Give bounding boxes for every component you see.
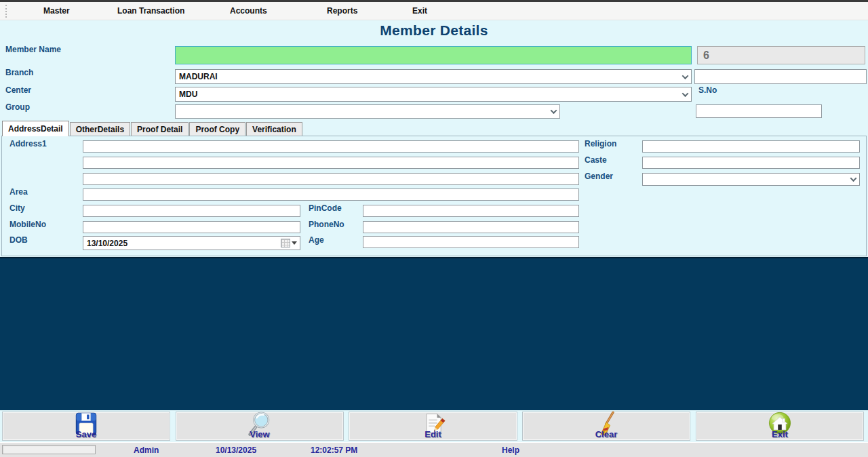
center-combobox[interactable]: MDU bbox=[175, 87, 692, 102]
status-user: Admin bbox=[134, 445, 159, 455]
sno-label: S.No bbox=[698, 85, 717, 95]
city-label: City bbox=[9, 203, 25, 213]
clear-button-label: Clear bbox=[523, 429, 690, 439]
center-value: MDU bbox=[176, 90, 679, 99]
clear-button[interactable]: Clear bbox=[522, 412, 690, 441]
center-label: Center bbox=[5, 85, 31, 95]
gender-combobox[interactable] bbox=[642, 173, 860, 186]
branch-value: MADURAI bbox=[176, 72, 679, 81]
branch-combobox[interactable]: MADURAI bbox=[175, 69, 692, 84]
religion-label: Religion bbox=[585, 139, 616, 148]
gender-label: Gender bbox=[585, 172, 613, 181]
menu-bar: Master Loan Transaction Accounts Reports… bbox=[0, 2, 868, 20]
status-progress-box bbox=[2, 445, 96, 454]
tab-proof-copy[interactable]: Proof Copy bbox=[189, 122, 245, 136]
menu-loan-transaction[interactable]: Loan Transaction bbox=[117, 6, 184, 16]
dropdown-arrow-icon[interactable] bbox=[292, 241, 297, 245]
chevron-down-icon[interactable] bbox=[547, 105, 559, 118]
tab-addressdetail[interactable]: AddressDetail bbox=[2, 121, 69, 136]
area-label: Area bbox=[9, 187, 28, 197]
address3-input[interactable] bbox=[83, 173, 579, 185]
member-name-input[interactable] bbox=[175, 46, 692, 64]
chevron-down-icon[interactable] bbox=[847, 174, 859, 185]
exit-button[interactable]: Exit bbox=[696, 412, 864, 441]
edit-button[interactable]: Edit bbox=[349, 412, 517, 441]
menu-accounts[interactable]: Accounts bbox=[230, 6, 267, 16]
status-time: 12:02:57 PM bbox=[311, 445, 357, 455]
action-button-row: Save View bbox=[0, 412, 868, 441]
chevron-down-icon[interactable] bbox=[679, 87, 691, 101]
tab-strip: AddressDetail OtherDetails Proof Detail … bbox=[2, 122, 303, 136]
mobileno-label: MobileNo bbox=[9, 220, 46, 229]
group-combobox[interactable] bbox=[175, 104, 560, 119]
age-label: Age bbox=[309, 235, 324, 245]
menu-reports[interactable]: Reports bbox=[327, 6, 357, 16]
tab-otherdetails[interactable]: OtherDetails bbox=[70, 122, 130, 136]
phoneno-input[interactable] bbox=[363, 221, 579, 233]
dob-datepicker[interactable]: 13/10/2025 bbox=[83, 236, 300, 250]
view-button[interactable]: View bbox=[176, 412, 344, 441]
address1-input[interactable] bbox=[83, 140, 579, 153]
page-title: Member Details bbox=[0, 22, 868, 39]
menu-grip-icon bbox=[5, 5, 7, 18]
records-grid-area bbox=[0, 257, 868, 410]
city-input[interactable] bbox=[83, 205, 300, 217]
address2-input[interactable] bbox=[83, 157, 579, 169]
caste-input[interactable] bbox=[642, 157, 860, 169]
edit-button-label: Edit bbox=[349, 429, 517, 439]
age-input[interactable] bbox=[363, 236, 579, 248]
status-help: Help bbox=[502, 445, 519, 455]
chevron-down-icon[interactable] bbox=[679, 70, 691, 83]
save-button-label: Save bbox=[3, 429, 170, 439]
dob-label: DOB bbox=[9, 235, 28, 245]
menu-master[interactable]: Master bbox=[43, 6, 70, 16]
dob-value: 13/10/2025 bbox=[83, 239, 281, 248]
group-label: Group bbox=[5, 102, 30, 112]
member-id-field bbox=[697, 46, 865, 64]
pincode-input[interactable] bbox=[363, 205, 579, 217]
member-details-window: Master Loan Transaction Accounts Reports… bbox=[0, 0, 868, 457]
area-input[interactable] bbox=[83, 188, 579, 201]
exit-button-label: Exit bbox=[696, 429, 863, 439]
tab-verification[interactable]: Verification bbox=[246, 122, 302, 136]
calendar-icon bbox=[281, 239, 290, 247]
save-button[interactable]: Save bbox=[2, 412, 170, 441]
sno-input[interactable] bbox=[696, 104, 822, 118]
status-date: 10/13/2025 bbox=[216, 445, 256, 455]
tab-proof-detail[interactable]: Proof Detail bbox=[131, 122, 189, 136]
mobileno-input[interactable] bbox=[83, 221, 300, 233]
pincode-label: PinCode bbox=[309, 203, 342, 213]
address1-label: Address1 bbox=[9, 139, 47, 148]
caste-label: Caste bbox=[585, 155, 607, 165]
religion-input[interactable] bbox=[642, 140, 860, 153]
view-button-label: View bbox=[176, 429, 343, 439]
branch-label: Branch bbox=[5, 68, 33, 77]
branch-side-input[interactable] bbox=[694, 69, 867, 84]
member-name-label: Member Name bbox=[5, 45, 61, 54]
menu-exit[interactable]: Exit bbox=[412, 6, 427, 16]
status-bar: Admin 10/13/2025 12:02:57 PM Help bbox=[0, 442, 868, 457]
phoneno-label: PhoneNo bbox=[309, 220, 344, 229]
